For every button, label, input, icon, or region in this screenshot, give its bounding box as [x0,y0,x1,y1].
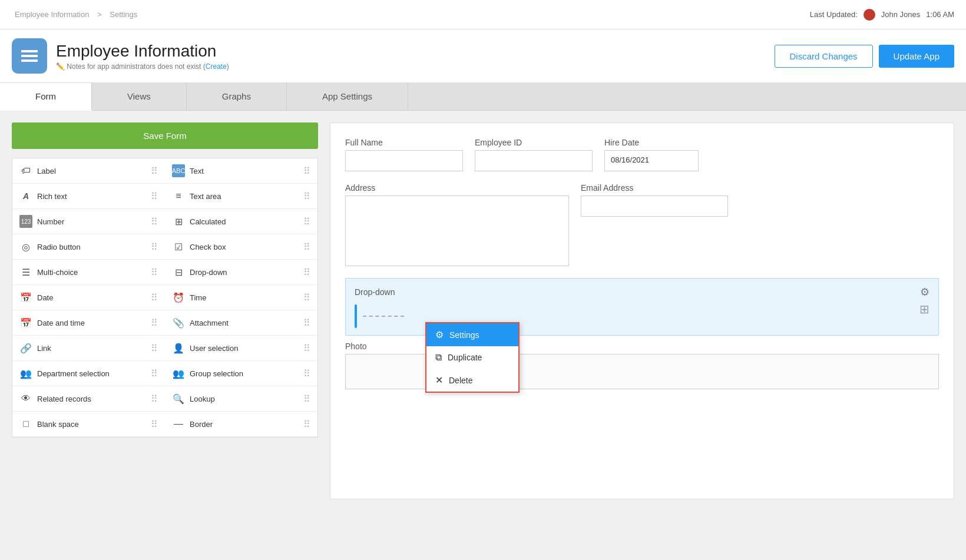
save-form-button[interactable]: Save Form [12,122,318,149]
context-menu-settings[interactable]: ⚙ Settings [426,323,518,346]
drag-handle[interactable]: ⠿ [303,216,310,227]
dashed-line [363,316,404,317]
drag-handle[interactable]: ⠿ [151,317,158,329]
drag-handle[interactable]: ⠿ [151,343,158,354]
drag-handle[interactable]: ⠿ [151,267,158,278]
field-number[interactable]: 123 Number ⠿ [12,209,165,234]
discard-changes-button[interactable]: Discard Changes [775,45,873,68]
drag-handle[interactable]: ⠿ [151,241,158,253]
svg-rect-0 [21,50,38,52]
notes-create-link[interactable]: Create [206,62,227,71]
field-user-selection-label: User selection [190,344,238,353]
field-dropdown[interactable]: ⊟ Drop-down ⠿ [165,260,317,285]
field-multichoice-label: Multi-choice [37,268,78,277]
address-input[interactable] [345,195,569,266]
full-name-input[interactable] [345,150,463,171]
svg-rect-1 [21,55,38,57]
field-lookup-label: Lookup [190,395,215,403]
drag-handle[interactable]: ⠿ [303,419,310,430]
notes-text: Notes for app administrators does not ex… [67,62,201,71]
drag-handle[interactable]: ⠿ [303,267,310,278]
multichoice-icon: ☰ [19,266,32,279]
blank-icon: □ [19,417,32,430]
drag-handle[interactable]: ⠿ [303,343,310,354]
field-text[interactable]: ABC Text ⠿ [165,158,317,184]
settings-icon: ⚙ [435,329,444,340]
field-checkbox-label: Check box [190,243,226,251]
drag-handle[interactable]: ⠿ [151,216,158,227]
drag-handle[interactable]: ⠿ [303,292,310,303]
drag-handle[interactable]: ⠿ [303,368,310,379]
field-department[interactable]: 👥 Department selection ⠿ [12,361,165,386]
top-right-info: Last Updated: John Jones 1:06 AM [810,9,954,21]
email-input[interactable] [581,195,728,217]
datetime-icon: 📅 [19,316,32,329]
drag-handle[interactable]: ⠿ [151,165,158,177]
field-related[interactable]: 👁 Related records ⠿ [12,386,165,412]
app-notes: ✏️ Notes for app administrators does not… [56,62,229,71]
user-avatar [864,9,875,21]
update-app-button[interactable]: Update App [879,45,954,68]
tab-form[interactable]: Form [0,83,92,111]
field-lookup[interactable]: 🔍 Lookup ⠿ [165,386,317,412]
context-menu-duplicate[interactable]: ⧉ Duplicate [426,346,518,369]
field-blank-label: Blank space [37,420,79,429]
field-radio[interactable]: ◎ Radio button ⠿ [12,234,165,260]
field-checkbox[interactable]: ☑ Check box ⠿ [165,234,317,260]
header-buttons: Discard Changes Update App [775,45,954,68]
field-multichoice[interactable]: ☰ Multi-choice ⠿ [12,260,165,285]
field-rich-text[interactable]: A Rich text ⠿ [12,184,165,209]
field-blank[interactable]: □ Blank space ⠿ [12,412,165,437]
hire-date-input[interactable]: 08/16/2021 [604,150,699,171]
form-row-1: Full Name Employee ID Hire Date 08/16/20… [345,138,939,171]
field-textarea[interactable]: ≡ Text area ⠿ [165,184,317,209]
field-textarea-label: Text area [190,192,221,201]
drag-handle[interactable]: ⠿ [151,393,158,405]
drag-handle[interactable]: ⠿ [303,393,310,405]
field-time[interactable]: ⏰ Time ⠿ [165,285,317,310]
user-selection-icon: 👤 [172,342,185,354]
drag-handle[interactable]: ⠿ [303,165,310,177]
field-calculated[interactable]: ⊞ Calculated ⠿ [165,209,317,234]
notes-icon: ✏️ [56,62,65,71]
textarea-icon: ≡ [172,190,185,203]
address-label: Address [345,183,569,193]
breadcrumb-app[interactable]: Employee Information [15,10,89,19]
duplicate-icon: ⧉ [435,352,442,363]
label-icon: 🏷 [19,164,32,177]
field-date[interactable]: 📅 Date ⠿ [12,285,165,310]
field-group[interactable]: 👥 Group selection ⠿ [165,361,317,386]
field-attachment[interactable]: 📎 Attachment ⠿ [165,310,317,336]
user-name: John Jones [881,10,921,19]
field-user-selection[interactable]: 👤 User selection ⠿ [165,336,317,361]
employee-id-input[interactable] [475,150,593,171]
app-header: Employee Information ✏️ Notes for app ad… [0,29,966,83]
drag-handle[interactable]: ⠿ [151,368,158,379]
field-calculated-label: Calculated [190,217,226,226]
blue-bar [355,304,357,328]
context-menu: ⚙ Settings ⧉ Duplicate ✕ Delete [425,322,520,393]
last-updated-label: Last Updated: [810,10,858,19]
field-date-label: Date [37,293,53,302]
tab-app-settings[interactable]: App Settings [287,83,408,110]
field-border-label: Border [190,420,213,429]
drag-handle[interactable]: ⠿ [151,191,158,202]
field-border[interactable]: — Border ⠿ [165,412,317,437]
tab-views[interactable]: Views [92,83,187,110]
drag-handle[interactable]: ⠿ [151,292,158,303]
field-grid: 🏷 Label ⠿ ABC Text ⠿ A Rich text ⠿ [12,158,318,438]
drag-handle[interactable]: ⠿ [303,241,310,253]
gear-icon[interactable]: ⚙ [920,286,929,299]
field-label[interactable]: 🏷 Label ⠿ [12,158,165,184]
context-menu-delete[interactable]: ✕ Delete [426,369,518,392]
lookup-icon: 🔍 [172,392,185,405]
full-name-field: Full Name [345,138,463,171]
tab-graphs[interactable]: Graphs [187,83,287,110]
field-datetime-label: Date and time [37,319,85,327]
drag-handle[interactable]: ⠿ [151,419,158,430]
drag-handle[interactable]: ⠿ [303,191,310,202]
field-link[interactable]: 🔗 Link ⠿ [12,336,165,361]
drag-handle[interactable]: ⠿ [303,317,310,329]
grid-icon[interactable]: ⊞ [919,302,929,316]
field-datetime[interactable]: 📅 Date and time ⠿ [12,310,165,336]
